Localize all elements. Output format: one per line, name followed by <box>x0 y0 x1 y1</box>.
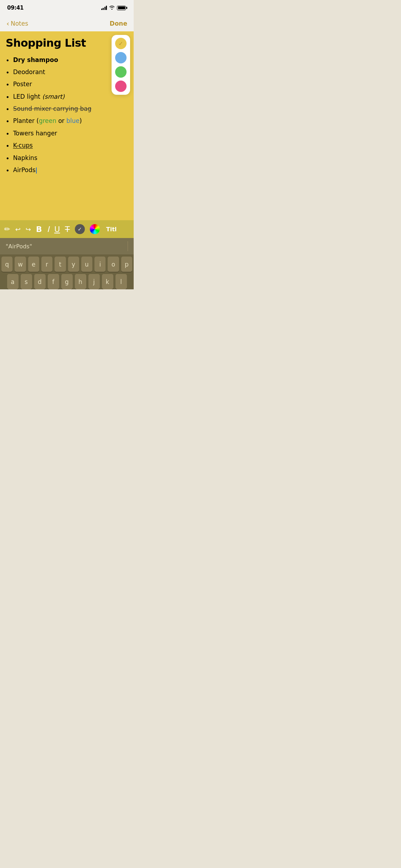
list-item-text: Sound mixer carrying bag <box>13 105 92 113</box>
wifi-icon <box>109 5 115 11</box>
list-item: • Sound mixer carrying bag <box>6 105 128 113</box>
key-y[interactable]: y <box>68 257 79 272</box>
back-label: Notes <box>11 20 28 27</box>
status-time: 09:41 <box>7 5 24 11</box>
back-button[interactable]: ‹ Notes <box>6 20 28 28</box>
done-button[interactable]: Done <box>110 20 127 27</box>
bullet-icon: • <box>6 117 10 125</box>
key-k[interactable]: k <box>102 274 113 289</box>
key-e[interactable]: e <box>28 257 39 272</box>
key-d[interactable]: d <box>34 274 46 289</box>
bullet-icon: • <box>6 166 10 175</box>
bullet-icon: • <box>6 68 10 77</box>
key-j[interactable]: j <box>88 274 100 289</box>
pencil-icon[interactable]: ✏️ <box>4 225 10 233</box>
key-r[interactable]: r <box>41 257 52 272</box>
keyboard: q w e r t y u i o p a s d f g h j k l ⇧ … <box>0 254 134 289</box>
key-u[interactable]: u <box>81 257 92 272</box>
list-item: • Dry shampoo <box>6 56 128 64</box>
autocorrect-divider <box>128 241 128 251</box>
bold-button[interactable]: B <box>36 225 42 234</box>
bullet-icon: • <box>6 105 10 113</box>
list-item: • AirPods <box>6 166 128 175</box>
note-list: • Dry shampoo • Deodorant • Poster • LED… <box>6 56 128 175</box>
list-item: • Poster <box>6 80 128 89</box>
key-t[interactable]: t <box>55 257 66 272</box>
list-item: • Towers hanger <box>6 129 128 138</box>
note-title: Shopping List <box>6 37 128 50</box>
bullet-icon: • <box>6 93 10 101</box>
color-picker-panel <box>112 35 130 95</box>
keyboard-row-2: a s d f g h j k l <box>0 272 134 289</box>
autocorrect-bar: "AirPods" <box>0 238 134 254</box>
text-cursor <box>36 167 37 174</box>
colored-text-blue: blue <box>66 117 79 124</box>
keyboard-row-1: q w e r t y u i o p <box>0 254 134 272</box>
list-item-text: Napkins <box>13 154 37 162</box>
color-option-yellow[interactable] <box>115 38 127 49</box>
key-i[interactable]: i <box>94 257 106 272</box>
color-option-blue[interactable] <box>115 52 127 63</box>
list-item-text: Towers hanger <box>13 129 57 137</box>
key-l[interactable]: l <box>115 274 127 289</box>
checklist-button[interactable]: ✓ <box>75 224 85 234</box>
undo-button[interactable]: ↩ <box>15 226 21 233</box>
bullet-icon: • <box>6 142 10 150</box>
color-wheel-button[interactable] <box>90 224 100 234</box>
key-p[interactable]: p <box>121 257 132 272</box>
list-item: • Planter (green or blue) <box>6 117 128 125</box>
list-item-text: Dry shampoo <box>13 56 58 64</box>
bullet-icon: • <box>6 81 10 89</box>
list-item-text: AirPods <box>13 166 37 174</box>
bullet-icon: • <box>6 130 10 138</box>
list-item: • K-cups <box>6 141 128 150</box>
redo-button[interactable]: ↪ <box>26 226 31 233</box>
format-toolbar: ✏️ ↩ ↪ B I U T ✓ Titl <box>0 220 134 238</box>
battery-icon <box>117 6 127 10</box>
bullet-icon: • <box>6 154 10 162</box>
key-q[interactable]: q <box>1 257 12 272</box>
list-item-text: Poster <box>13 80 32 88</box>
color-option-pink[interactable] <box>115 81 127 92</box>
bullet-icon: • <box>6 56 10 64</box>
list-item-text: LED light (smart) <box>13 93 65 100</box>
key-a[interactable]: a <box>7 274 19 289</box>
key-w[interactable]: w <box>15 257 26 272</box>
key-h[interactable]: h <box>75 274 86 289</box>
color-option-green[interactable] <box>115 66 127 78</box>
list-item-text: K-cups <box>13 141 33 149</box>
autocorrect-suggestion[interactable]: "AirPods" <box>6 243 128 250</box>
list-item-text: Deodorant <box>13 68 45 76</box>
nav-bar: ‹ Notes Done <box>0 16 134 31</box>
key-s[interactable]: s <box>21 274 32 289</box>
list-item-text: Planter (green or blue) <box>13 117 82 125</box>
status-bar: 09:41 <box>0 0 134 16</box>
key-f[interactable]: f <box>48 274 59 289</box>
strikethrough-button[interactable]: T <box>65 225 70 234</box>
colored-text-green: green <box>39 117 56 124</box>
key-o[interactable]: o <box>108 257 119 272</box>
status-icons <box>101 5 128 11</box>
key-g[interactable]: g <box>61 274 73 289</box>
italic-button[interactable]: I <box>47 225 50 234</box>
list-item: • Deodorant <box>6 68 128 77</box>
title-style-button[interactable]: Titl <box>106 226 117 233</box>
note-content-area[interactable]: Shopping List • Dry shampoo • Deodorant … <box>0 31 134 220</box>
chevron-left-icon: ‹ <box>6 19 9 28</box>
list-item: • LED light (smart) <box>6 93 128 101</box>
underline-button[interactable]: U <box>54 225 60 234</box>
signal-icon <box>101 6 107 10</box>
list-item: • Napkins <box>6 154 128 162</box>
